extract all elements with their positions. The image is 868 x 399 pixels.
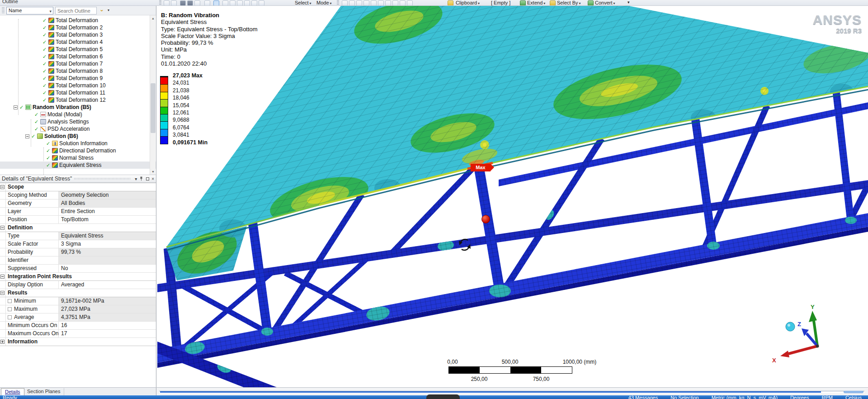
tree-item[interactable]: Solution Information [0, 140, 156, 147]
select-by-icon[interactable] [550, 0, 556, 6]
magnifier-icon[interactable] [244, 0, 250, 6]
details-dropdown-icon[interactable]: ▾ [135, 176, 137, 181]
select-by-menu[interactable]: Select By [557, 0, 580, 5]
tree-item[interactable]: Total Deformation 3 [0, 31, 156, 38]
details-row[interactable]: Layer Entire Section [0, 208, 156, 216]
expand-toggle[interactable] [0, 185, 5, 189]
rotate-tool-icon[interactable] [213, 0, 219, 6]
max-annotation-flag[interactable]: Max [471, 164, 491, 171]
details-row[interactable]: Information [0, 338, 156, 346]
details-value[interactable]: 4,3751 MPa [59, 314, 156, 321]
tree-item[interactable]: PSD Acceleration [0, 125, 156, 133]
details-row[interactable]: Scoping Method Geometry Selection [0, 191, 156, 200]
pan-icon[interactable] [222, 0, 228, 6]
status-item[interactable]: Metric (mm, kg, N, s, mV, mA) [712, 395, 778, 399]
details-row[interactable]: Minimum 9,1671e-002 MPa [0, 297, 156, 305]
expand-toggle[interactable] [0, 226, 5, 230]
details-row[interactable]: Maximum 27,023 MPa [0, 305, 156, 314]
details-row[interactable]: Scope [0, 183, 156, 191]
grid-icon[interactable] [204, 0, 210, 6]
expand-toggle[interactable] [0, 340, 5, 344]
label-select-icon[interactable] [194, 0, 200, 6]
pin-icon[interactable] [139, 176, 143, 181]
status-item[interactable]: 43 Messages [628, 395, 658, 399]
details-value[interactable]: 99,73 % [59, 248, 156, 256]
details-value[interactable]: 17 [59, 330, 156, 337]
tree-item[interactable]: Directional Deformation [0, 147, 156, 154]
details-value[interactable]: No [59, 265, 156, 272]
extend-menu[interactable]: Extend [527, 0, 545, 5]
tree-item[interactable]: Total Deformation 12 [0, 96, 156, 104]
iso-ball-icon[interactable] [786, 322, 795, 331]
clipboard-icon[interactable] [448, 0, 453, 6]
tree-item[interactable]: Total Deformation 8 [0, 67, 156, 75]
tab-section-planes[interactable]: Section Planes [24, 388, 64, 396]
prev-view-icon[interactable] [251, 0, 257, 6]
details-row[interactable]: Maximum Occurs On 17 [0, 330, 156, 338]
scroll-up-icon[interactable]: ▲ [150, 15, 156, 21]
filter-options-caret-icon[interactable]: ▾ [108, 8, 109, 12]
tree-item[interactable]: Total Deformation 5 [0, 46, 156, 53]
details-value[interactable]: Entire Section [59, 208, 156, 215]
details-value[interactable]: All Bodies [59, 200, 156, 207]
coordinate-triad[interactable]: Y Z X [772, 304, 819, 364]
convert-icon[interactable] [588, 0, 594, 6]
tags-icon[interactable] [371, 0, 377, 6]
tree-item[interactable]: Equivalent Stress [0, 162, 156, 169]
details-row[interactable]: Probability 99,73 % [0, 248, 156, 256]
name-filter-dropdown[interactable]: Name [6, 7, 53, 14]
status-item[interactable]: Celsius [845, 395, 862, 399]
toolbar-grip[interactable] [159, 0, 161, 5]
tree-item[interactable]: Total Deformation 11 [0, 89, 156, 96]
tree-item[interactable]: Total Deformation 9 [0, 75, 156, 82]
extend-icon[interactable] [520, 0, 526, 6]
pane-grip[interactable] [2, 7, 5, 14]
scroll-down-icon[interactable]: ▼ [150, 169, 156, 175]
section-plane-icon[interactable] [385, 0, 391, 6]
details-value[interactable] [59, 256, 156, 264]
zoom-out-icon[interactable] [171, 0, 177, 6]
tree-scrollbar[interactable]: ▲ ▼ [150, 15, 156, 175]
mode-menu[interactable]: Mode [316, 0, 332, 5]
tree-item[interactable]: Total Deformation 6 [0, 53, 156, 60]
tree-item[interactable]: Total Deformation 10 [0, 82, 156, 89]
expand-search-chevron-icon[interactable]: ⌄ [99, 6, 104, 13]
legend-icon[interactable] [400, 0, 406, 6]
cursor-icon[interactable] [187, 0, 193, 6]
tree-item[interactable]: Analysis Settings [0, 118, 156, 125]
horizontal-scroll-thumb[interactable] [844, 391, 863, 393]
tree-item[interactable]: Total Deformation 7 [0, 60, 156, 67]
details-row[interactable]: Scale Factor 3 Sigma [0, 240, 156, 248]
toolbar-grip[interactable] [337, 0, 339, 5]
zoom-in-icon[interactable] [164, 0, 170, 6]
scrollbar-thumb[interactable] [151, 83, 156, 133]
details-row[interactable]: Position Top/Bottom [0, 216, 156, 224]
status-item[interactable]: RPM [821, 395, 832, 399]
tree-item[interactable]: Total Deformation [0, 17, 156, 24]
expand-toggle[interactable] [0, 291, 5, 295]
expand-toggle[interactable] [0, 275, 5, 279]
details-value[interactable]: Top/Bottom [59, 216, 156, 223]
details-value[interactable]: Averaged [59, 281, 156, 289]
details-row[interactable]: Minimum Occurs On 16 [0, 322, 156, 330]
graphics-viewport[interactable]: Y Z X B: Random VibrationEquivalent Stre… [156, 6, 868, 387]
details-value[interactable]: 16 [59, 322, 156, 329]
collapse-toggle[interactable] [14, 105, 18, 109]
toolbar-overflow-caret[interactable]: ▾ [627, 0, 630, 5]
tab-details[interactable]: Details [1, 388, 24, 396]
table-icon[interactable] [349, 0, 355, 6]
result-checkbox[interactable] [8, 299, 12, 303]
details-row[interactable]: Type Equivalent Stress [0, 232, 156, 240]
details-row[interactable]: Display Option Averaged [0, 281, 156, 289]
details-row[interactable]: Geometry All Bodies [0, 200, 156, 208]
details-value[interactable]: Equivalent Stress [59, 232, 156, 240]
status-item[interactable]: No Selection [670, 395, 698, 399]
next-view-icon[interactable] [259, 0, 264, 6]
tree-item[interactable]: Total Deformation 4 [0, 38, 156, 46]
probe-icon[interactable] [407, 0, 413, 6]
graph-icon[interactable] [342, 0, 348, 6]
details-value[interactable]: 9,1671e-002 MPa [59, 297, 156, 305]
cursor-dark-icon[interactable] [180, 0, 186, 6]
tree-item[interactable]: Random Vibration (B5) [0, 104, 156, 111]
close-pane-icon[interactable]: × [151, 176, 154, 181]
